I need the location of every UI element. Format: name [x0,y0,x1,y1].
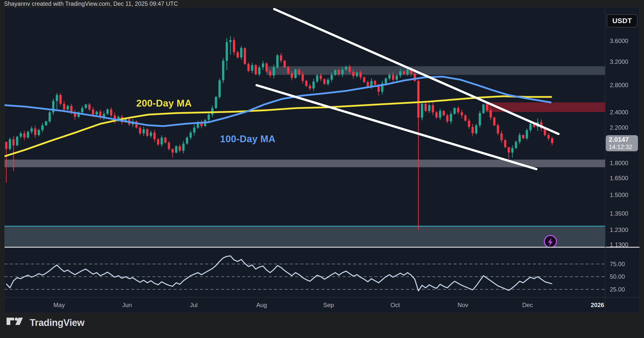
time-tick-Dec: Dec [522,302,533,308]
tradingview-logo-icon [6,317,26,328]
rsi-tick-50.00: 50.00 [610,273,625,280]
screenshot-stage: Shayannv created with TradingView.com, D… [0,0,644,338]
price-tick-1.8000: 1.8000 [610,160,628,166]
price-tick-1.2300: 1.2300 [610,226,628,233]
price-tick-1.3500: 1.3500 [610,210,628,217]
time-tick-Nov: Nov [458,302,468,308]
teal-support-zone [5,226,605,247]
pane-separator[interactable] [5,247,639,248]
price-tick-3.2000: 3.2000 [610,58,628,65]
tradingview-logo[interactable]: TradingView [6,317,85,328]
price-tick-1.1300: 1.1300 [610,241,628,248]
time-tick-Aug: Aug [256,302,267,308]
price-tick-2.4000: 2.4000 [610,109,628,116]
rsi-tick-25.00: 25.00 [610,286,625,293]
price-tick-1.5000: 1.5000 [610,191,628,198]
time-tick-May: May [53,302,65,308]
price-tick-3.6000: 3.6000 [610,37,628,44]
price-tick-2.8000: 2.8000 [610,82,628,88]
price-chart[interactable]: 3.60003.20002.80002.40002.20001.80001.65… [0,0,644,338]
time-tick-Oct: Oct [390,302,400,308]
tradingview-wordmark: TradingView [30,317,85,328]
time-tick-Sep: Sep [323,302,334,308]
resistance-zone [266,66,605,75]
time-tick-Jul: Jul [190,302,198,308]
rsi-tick-75.00: 75.00 [610,261,625,267]
rsi-scale[interactable]: 75.0050.0025.00 [610,261,625,293]
time-tick-Jun: Jun [122,302,132,308]
time-tick-2026: 2026 [591,302,604,308]
price-tick-2.2000: 2.2000 [610,124,628,131]
price-tick-1.6500: 1.6500 [610,175,628,181]
lightning-icon [544,235,556,248]
